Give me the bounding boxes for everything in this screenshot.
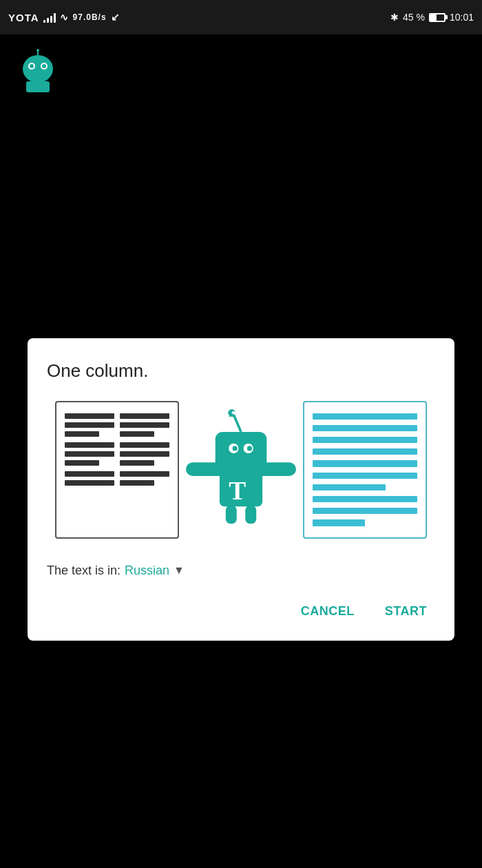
app-header: [0, 34, 482, 110]
line: [120, 422, 169, 428]
cancel-button[interactable]: CANCEL: [293, 599, 363, 624]
line: [65, 451, 114, 457]
svg-point-15: [233, 446, 238, 451]
signal-bar-2: [47, 18, 49, 23]
line: [65, 422, 114, 428]
language-dropdown-arrow-icon: ▼: [174, 564, 185, 577]
svg-rect-12: [216, 431, 267, 474]
svg-text:T: T: [229, 476, 246, 504]
blue-line-6: [313, 473, 417, 479]
robot-mascot-icon: ★ T: [186, 404, 296, 535]
col-right-1: [120, 413, 169, 437]
two-col-row-3: [65, 471, 169, 486]
svg-text:★: ★: [227, 409, 235, 419]
dialog-backdrop: One column.: [0, 110, 482, 868]
blue-line-4: [313, 448, 417, 455]
blue-line-1: [313, 413, 417, 420]
two-column-layout-card[interactable]: [55, 401, 179, 539]
status-right: ✱ 45 % 10:01: [390, 12, 474, 23]
network-speed: 97.0B/s: [73, 12, 107, 22]
svg-rect-11: [245, 505, 256, 524]
one-column-layout-card[interactable]: [303, 401, 427, 539]
two-col-row-2: [65, 442, 169, 466]
dialog-buttons: CANCEL START: [47, 599, 435, 624]
start-button[interactable]: START: [377, 599, 435, 624]
svg-point-6: [36, 49, 39, 52]
line: [120, 413, 169, 419]
blue-line-9: [313, 508, 417, 514]
svg-point-16: [247, 446, 252, 451]
line: [65, 471, 114, 477]
line: [120, 451, 169, 457]
blue-line-8: [313, 496, 417, 502]
col-left-1: [65, 413, 114, 437]
layout-illustration: ★ T: [47, 401, 435, 539]
blue-line-3: [313, 437, 417, 443]
signal-bar-3: [50, 16, 52, 23]
blue-line-2: [313, 425, 417, 431]
col-right-3: [120, 471, 169, 486]
bluetooth-icon: ✱: [390, 12, 399, 23]
blue-line-10: [313, 519, 365, 526]
svg-point-4: [42, 64, 46, 68]
dialog-title: One column.: [47, 360, 435, 382]
line: [120, 460, 154, 466]
svg-point-0: [23, 55, 53, 83]
line: [120, 480, 154, 486]
col-left-3: [65, 471, 114, 486]
line: [65, 480, 114, 486]
line: [65, 442, 114, 448]
carrier-name: YOTA: [8, 12, 39, 23]
line: [120, 431, 154, 437]
svg-rect-7: [26, 81, 50, 92]
robot-mascot: ★ T: [179, 401, 303, 539]
col-left-2: [65, 442, 114, 466]
signal-bar-1: [43, 20, 45, 23]
blue-line-5: [313, 460, 417, 466]
two-col-row-1: [65, 413, 169, 437]
status-bar: YOTA ∿ 97.0B/s ↙ ✱ 45 % 10:01: [0, 0, 482, 34]
dialog: One column.: [28, 338, 454, 641]
clock: 10:01: [450, 12, 474, 23]
col-right-2: [120, 442, 169, 466]
battery-icon: [429, 13, 446, 22]
battery-percent: 45 %: [403, 12, 425, 23]
language-label: The text is in:: [47, 564, 120, 578]
status-left: YOTA ∿ 97.0B/s ↙: [8, 11, 120, 23]
language-selector-row[interactable]: The text is in: Russian ▼: [47, 564, 435, 578]
blue-line-7: [313, 484, 386, 490]
line: [65, 413, 114, 419]
line: [120, 471, 169, 477]
signal-bars-icon: [43, 12, 56, 23]
download-indicator-icon: ↙: [111, 11, 120, 23]
svg-point-3: [30, 64, 34, 68]
signal-bar-4: [54, 13, 56, 23]
language-value: Russian: [125, 564, 169, 578]
battery-fill: [430, 14, 437, 21]
line: [120, 442, 169, 448]
app-logo-icon: [14, 48, 62, 96]
battery-container: [429, 13, 446, 22]
wifi-icon: ∿: [60, 12, 69, 23]
line: [65, 431, 99, 437]
svg-rect-10: [226, 505, 237, 524]
line: [65, 460, 99, 466]
